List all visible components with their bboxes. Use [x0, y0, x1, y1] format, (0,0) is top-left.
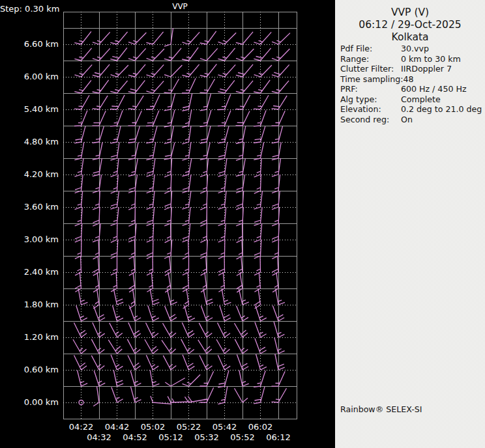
info-field: Pdf File:30.vvp: [340, 44, 484, 54]
info-field: Second reg:On: [340, 115, 484, 125]
info-field: Alg type:Complete: [340, 94, 484, 105]
panel-site: Kolkata: [335, 31, 485, 43]
info-field-value: 0 km to 30 km: [401, 54, 484, 64]
info-field-label: Second reg:: [340, 115, 401, 125]
info-field-label: Clutter Filter:: [340, 64, 401, 74]
info-field-label: Time sampling:: [340, 74, 404, 85]
info-panel: VVP (V) 06:12 / 29-Oct-2025 Kolkata Pdf …: [335, 0, 485, 448]
info-field-label: PRF:: [340, 84, 401, 94]
wind-barb-chart: [0, 0, 335, 448]
info-field: Clutter Filter:IIRDoppler 7: [340, 64, 484, 74]
info-field-value: IIRDoppler 7: [401, 64, 484, 74]
info-field-value: Complete: [401, 94, 484, 105]
info-field-label: Elevation:: [340, 104, 401, 115]
plot-region: VVP Step: 0.30 km 6.60 km6.00 km5.40 km4…: [0, 0, 335, 448]
info-field-value: 30.vvp: [401, 44, 484, 54]
info-field-label: Alg type:: [340, 94, 401, 105]
info-field: Elevation:0.2 deg to 21.0 deg: [340, 104, 484, 115]
info-field-value: 48: [404, 74, 484, 85]
info-field: Time sampling:48: [340, 74, 484, 85]
info-field-value: 0.2 deg to 21.0 deg: [401, 104, 484, 115]
panel-fields: Pdf File:30.vvpRange:0 km to 30 kmClutte…: [340, 44, 484, 124]
panel-title: VVP (V): [335, 7, 485, 18]
info-field-label: Range:: [340, 54, 401, 64]
info-field: Range:0 km to 30 km: [340, 54, 484, 64]
info-field: PRF:600 Hz / 450 Hz: [340, 84, 484, 94]
panel-datetime: 06:12 / 29-Oct-2025: [335, 19, 485, 31]
vvp-window: VVP Step: 0.30 km 6.60 km6.00 km5.40 km4…: [0, 0, 485, 448]
info-field-label: Pdf File:: [340, 44, 401, 54]
brand-label: Rainbow® SELEX-SI: [340, 404, 422, 414]
info-field-value: 600 Hz / 450 Hz: [401, 84, 484, 94]
info-field-value: On: [401, 115, 484, 125]
